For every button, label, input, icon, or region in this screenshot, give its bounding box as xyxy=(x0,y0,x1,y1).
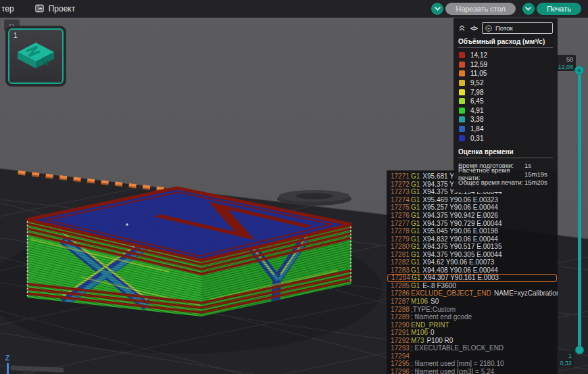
legend-row: 6,45 xyxy=(458,97,553,106)
gcode-line[interactable]: 17286EXCLUDE_OBJECT_ENDNAME=xyzCalibrati… xyxy=(387,289,558,298)
gcode-token: ; filament used [cm3] = 5.24 xyxy=(411,368,494,374)
gcode-line-number: 17273 xyxy=(391,188,411,195)
gcode-line[interactable]: 17282G1X94.62 Y90.06 E.00073 xyxy=(387,258,558,266)
preview-legend-panel: </> Поток Объёмный расход (мм³/с) 14,121… xyxy=(454,18,558,192)
collapse-up-icon[interactable] xyxy=(458,24,466,32)
gcode-line[interactable]: 17283G1X94.408 Y90.06 E.00044 xyxy=(387,266,558,275)
gcode-line[interactable]: 17285G1E-.8 F3600 xyxy=(387,282,558,290)
legend-row: 9,52 xyxy=(458,78,553,88)
gcode-line-number: 17296 xyxy=(391,368,411,374)
gcode-line[interactable]: 17274G1X95.469 Y90.06 E.00323 xyxy=(387,196,558,204)
print-button[interactable]: Печать xyxy=(537,3,581,15)
plate-thumbnail[interactable]: 1 xyxy=(8,28,64,84)
gcode-token: G1 xyxy=(411,258,420,266)
gcode-line[interactable]: 17284G1X94.307 Y90.161 E.0003 xyxy=(387,274,557,282)
gcode-line[interactable]: 17292M73P100 R0 xyxy=(387,336,558,344)
gcode-token: G1 xyxy=(411,235,420,243)
gcode-line[interactable]: 17287M106S0 xyxy=(387,298,558,306)
tab-printer-partial[interactable]: тер xyxy=(1,4,14,14)
gcode-token: END_PRINT xyxy=(411,321,449,329)
legend-row: 0,31 xyxy=(458,133,553,143)
layer-slider-lower-handle[interactable] xyxy=(575,346,584,354)
slice-plate-button[interactable]: Нарезать стол xyxy=(445,3,516,15)
gcode-line[interactable]: 17295; filament used [mm] = 2180.10 xyxy=(387,360,558,368)
gcode-line[interactable]: 17276G1X94.375 Y90.942 E.0026 xyxy=(387,212,558,220)
gcode-line-number: 17294 xyxy=(391,352,411,360)
gcode-line[interactable]: 17290END_PRINT xyxy=(387,321,558,329)
gcode-line-number: 17281 xyxy=(391,251,411,258)
gcode-line-number: 17285 xyxy=(391,282,411,289)
flow-value: 0,31 xyxy=(470,135,483,142)
plate-number: 1 xyxy=(14,32,18,39)
legend-row: 1,84 xyxy=(458,124,553,134)
slice-options-button[interactable] xyxy=(431,3,443,15)
legend-row: 12,59 xyxy=(458,60,553,70)
gcode-line[interactable]: 17288;TYPE:Custom xyxy=(387,305,558,313)
gcode-line-number: 17295 xyxy=(391,360,411,367)
gcode-line-number: 17291 xyxy=(391,329,411,336)
gcode-line-number: 17279 xyxy=(391,235,411,243)
gcode-token: X94.375 Y90.305 E.00044 xyxy=(422,251,501,258)
plate-thumbnail-container: 1 xyxy=(5,26,66,87)
flow-color-swatch xyxy=(459,89,465,95)
view-mode-dropdown[interactable]: Поток xyxy=(482,22,553,34)
gcode-line[interactable]: 17280G1X94.375 Y90.517 E.00135 xyxy=(387,243,558,251)
gcode-token: G1 xyxy=(411,188,420,195)
gcode-token: X95.257 Y90.06 E.00044 xyxy=(422,204,498,211)
gcode-token: X94.375 Y90.729 E.00044 xyxy=(422,220,501,227)
top-menu-bar: тер Проект Нарезать стол xyxy=(0,0,588,18)
legend-row: 4,91 xyxy=(458,106,553,116)
gcode-line[interactable]: 17291M1060 xyxy=(387,329,558,337)
gcode-line-number: 17275 xyxy=(391,204,411,211)
gcode-line[interactable]: 17289; filament end gcode xyxy=(387,313,558,321)
legend-row: 7,98 xyxy=(458,87,553,97)
gcode-line-number: 17277 xyxy=(391,220,411,227)
upper-layer-number: 50 xyxy=(558,56,573,64)
print-options-button[interactable] xyxy=(522,3,535,15)
gcode-token: G1 xyxy=(411,251,420,258)
print-button-group: Печать xyxy=(522,3,581,15)
gcode-token: G1 xyxy=(411,196,420,204)
gcode-token: G1 xyxy=(411,220,420,227)
gcode-token: X95.045 Y90.06 E.00198 xyxy=(422,227,498,235)
gcode-token: G1 xyxy=(411,266,420,274)
time-label: Общее время печати: xyxy=(458,179,524,186)
time-estimate-rows: Время подготовки:1sРасчётное время печат… xyxy=(458,161,553,187)
lower-layer-height: 0,32 xyxy=(560,360,572,367)
tab-project-label: Проект xyxy=(49,4,76,14)
gcode-line-number: 17274 xyxy=(391,196,411,204)
gcode-line[interactable]: 17293; EXECUTABLE_BLOCK_END xyxy=(387,344,558,352)
chevron-down-icon xyxy=(435,7,441,11)
gcode-line[interactable]: 17279G1X94.832 Y90.06 E.00044 xyxy=(387,235,558,243)
layer-slider-upper-handle[interactable]: + xyxy=(574,66,584,75)
gcode-token: X95.469 Y90.06 E.00323 xyxy=(422,196,498,204)
gcode-token: E-.8 F3600 xyxy=(422,282,456,289)
z-axis-label: Z xyxy=(5,354,9,362)
legend-row: 3,38 xyxy=(458,115,553,124)
gcode-line-number: 17278 xyxy=(391,227,411,235)
gcode-line-number: 17286 xyxy=(391,289,411,297)
gcode-line[interactable]: 17275G1X95.257 Y90.06 E.00044 xyxy=(387,204,558,212)
legend-row: 11,05 xyxy=(458,69,553,78)
gcode-token: G1 xyxy=(411,212,420,219)
layer-slider-track[interactable] xyxy=(578,70,581,350)
project-icon xyxy=(35,4,44,13)
lower-layer-number: 1 xyxy=(560,352,572,360)
gcode-line[interactable]: 17296; filament used [cm3] = 5.24 xyxy=(387,368,558,374)
gcode-token: EXCLUDE_OBJECT_END xyxy=(411,289,491,297)
flow-color-swatch xyxy=(459,135,465,141)
gcode-viewer-icon[interactable]: </> xyxy=(470,25,477,32)
gcode-line[interactable]: 17281G1X94.375 Y90.305 E.00044 xyxy=(387,250,558,258)
gcode-line[interactable]: 17294 xyxy=(387,352,558,360)
flow-color-swatch xyxy=(459,126,465,132)
dropdown-chevron-icon xyxy=(485,25,492,32)
calibration-cube-icon xyxy=(16,40,55,72)
gcode-viewer-panel[interactable]: 17271G1X95.681 Y90.06 E.0004417272G1X94.… xyxy=(387,170,558,374)
gcode-token: G1 xyxy=(411,227,420,235)
tab-project[interactable]: Проект xyxy=(35,4,76,14)
gcode-line[interactable]: 17277G1X94.375 Y90.729 E.00044 xyxy=(387,219,558,227)
flow-value: 12,59 xyxy=(470,61,487,68)
gcode-line[interactable]: 17278G1X95.045 Y90.06 E.00198 xyxy=(387,227,558,235)
flow-color-swatch xyxy=(459,116,465,122)
flow-value: 3,38 xyxy=(470,116,483,123)
